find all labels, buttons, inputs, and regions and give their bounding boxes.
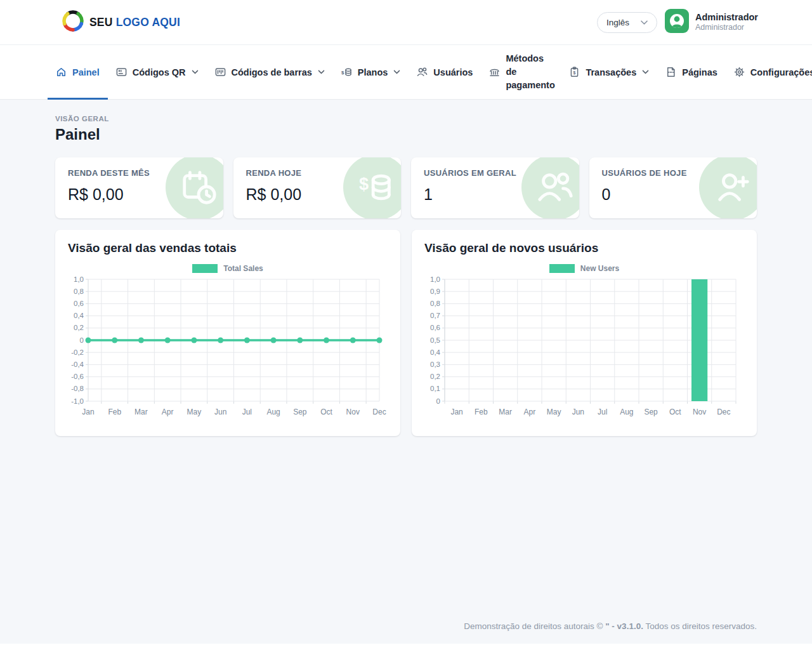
dashboard-page: SEU LOGO AQUI Inglês: [0, 0, 812, 650]
svg-text:Feb: Feb: [108, 408, 121, 416]
avatar: [665, 9, 689, 36]
user-menu[interactable]: Administrador Administrador: [665, 9, 758, 36]
chevron-down-icon: [393, 70, 400, 74]
svg-text:May: May: [547, 408, 561, 416]
stat-label: USUÁRIOS DE HOJE: [602, 168, 745, 178]
home-icon: [56, 67, 67, 77]
svg-text:Sep: Sep: [293, 408, 307, 416]
stat-label: RENDA HOJE: [246, 168, 389, 178]
svg-text:-0,2: -0,2: [71, 348, 84, 356]
nav-item-metodos-de-pagamento[interactable]: Métodos de pagamento: [481, 45, 561, 99]
nav-item-codigos-de-barras[interactable]: Códigos de barras: [207, 45, 333, 99]
chevron-down-icon: [642, 70, 649, 74]
svg-text:-0,6: -0,6: [71, 373, 84, 380]
svg-text:-0,8: -0,8: [71, 385, 84, 392]
svg-text:0,4: 0,4: [430, 348, 441, 356]
svg-text:0,3: 0,3: [430, 361, 440, 368]
copyright-footer: Demonstração de direitos autorais © " - …: [55, 621, 757, 644]
svg-text:Aug: Aug: [266, 408, 280, 416]
nav-item-transacoes[interactable]: $ Transações: [561, 45, 657, 99]
chart-title: Visão geral de novos usuários: [424, 241, 744, 255]
total-sales-line-chart: 1,00,80,60,40,20-0,2-0,4-0,6-0,8-1,0JanF…: [68, 274, 388, 420]
user-role: Administrador: [695, 23, 758, 33]
stat-card-renda-deste-mes: RENDA DESTE MÊS R$ 0,00: [55, 157, 223, 218]
svg-text:Dec: Dec: [372, 408, 386, 416]
svg-text:1,0: 1,0: [74, 275, 84, 283]
brand-text: SEU LOGO AQUI: [89, 16, 180, 29]
bank-icon: [489, 67, 500, 77]
chevron-down-icon: [192, 70, 199, 74]
content-area: VISÃO GERAL Painel RENDA DESTE MÊS R$ 0,…: [0, 100, 812, 644]
svg-text:Jul: Jul: [242, 408, 252, 416]
svg-text:Nov: Nov: [693, 408, 706, 416]
page-title: Painel: [55, 126, 757, 143]
qr-card-icon: [116, 67, 127, 77]
svg-text:Nov: Nov: [346, 408, 360, 416]
top-header: SEU LOGO AQUI Inglês: [0, 0, 812, 45]
svg-text:Sep: Sep: [644, 408, 658, 416]
legend-label: New Users: [580, 264, 619, 273]
svg-text:$: $: [573, 70, 576, 76]
new-users-bar-chart: 1,00,90,80,70,60,50,40,30,20,10JanFebMar…: [424, 274, 744, 420]
nav-item-paginas[interactable]: Páginas: [657, 45, 726, 99]
nav-item-configuracoes[interactable]: Configurações: [726, 45, 812, 99]
svg-text:Aug: Aug: [620, 408, 633, 416]
stat-card-usuarios-em-geral: USUÁRIOS EM GERAL 1: [411, 157, 579, 218]
stat-value: R$ 0,00: [68, 185, 211, 204]
barcode-card-icon: [215, 67, 226, 77]
nav-item-usuarios[interactable]: Usuários: [409, 45, 481, 99]
svg-text:0,2: 0,2: [74, 324, 84, 331]
svg-text:Oct: Oct: [320, 408, 332, 416]
svg-text:0,2: 0,2: [430, 373, 440, 380]
svg-text:0: 0: [80, 336, 84, 344]
stat-value: R$ 0,00: [246, 185, 389, 204]
bottom-strip: [0, 644, 812, 650]
charts-row: Visão geral das vendas totais Total Sale…: [55, 230, 757, 436]
stat-value: 0: [602, 185, 745, 204]
chevron-down-icon: [641, 20, 648, 25]
breadcrumb-eyebrow: VISÃO GERAL: [55, 115, 757, 123]
svg-text:0,5: 0,5: [430, 336, 440, 344]
plans-coins-icon: $: [341, 67, 352, 77]
gear-icon: [734, 67, 745, 77]
svg-text:1,0: 1,0: [430, 275, 440, 283]
svg-text:Jun: Jun: [572, 408, 584, 416]
svg-text:Jul: Jul: [598, 408, 607, 416]
svg-text:0,7: 0,7: [430, 312, 440, 319]
nav-item-codigos-qr[interactable]: Códigos QR: [108, 45, 207, 99]
stat-value: 1: [424, 185, 566, 204]
svg-text:Apr: Apr: [524, 408, 536, 416]
stat-card-renda-hoje: RENDA HOJE R$ 0,00 $: [233, 157, 402, 218]
svg-text:Feb: Feb: [475, 408, 488, 416]
svg-text:0,8: 0,8: [430, 300, 440, 307]
new-users-chart-card: Visão geral de novos usuários New Users …: [412, 230, 757, 436]
page-icon: [665, 67, 676, 77]
logo-swirl-icon: [60, 8, 86, 36]
chart-legend: Total Sales: [68, 264, 388, 273]
svg-text:Mar: Mar: [134, 408, 148, 416]
chart-legend: New Users: [424, 264, 744, 273]
stat-label: RENDA DESTE MÊS: [68, 168, 211, 178]
svg-text:Jun: Jun: [214, 408, 226, 416]
sales-chart-card: Visão geral das vendas totais Total Sale…: [55, 230, 400, 436]
clipboard-dollar-icon: $: [569, 67, 580, 77]
stat-card-usuarios-de-hoje: USUÁRIOS DE HOJE 0: [589, 157, 757, 218]
users-icon: [417, 67, 428, 77]
svg-text:-1,0: -1,0: [71, 397, 84, 405]
brand-logo[interactable]: SEU LOGO AQUI: [60, 8, 180, 36]
svg-text:0: 0: [436, 397, 440, 405]
svg-text:Jan: Jan: [82, 408, 94, 416]
svg-text:0,9: 0,9: [430, 288, 440, 295]
svg-text:-0,4: -0,4: [71, 361, 84, 368]
svg-text:$: $: [341, 70, 344, 76]
svg-text:0,1: 0,1: [430, 385, 440, 392]
svg-text:0,8: 0,8: [74, 288, 84, 295]
svg-text:Dec: Dec: [717, 408, 730, 416]
nav-item-painel[interactable]: Painel: [48, 45, 108, 99]
nav-item-planos[interactable]: $ Planos: [333, 45, 409, 99]
language-selector[interactable]: Inglês: [597, 12, 657, 33]
svg-text:Oct: Oct: [669, 408, 681, 416]
svg-text:May: May: [187, 408, 202, 416]
chevron-down-icon: [318, 70, 325, 74]
stats-row: RENDA DESTE MÊS R$ 0,00 RENDA HOJE R$ 0,…: [55, 157, 757, 218]
